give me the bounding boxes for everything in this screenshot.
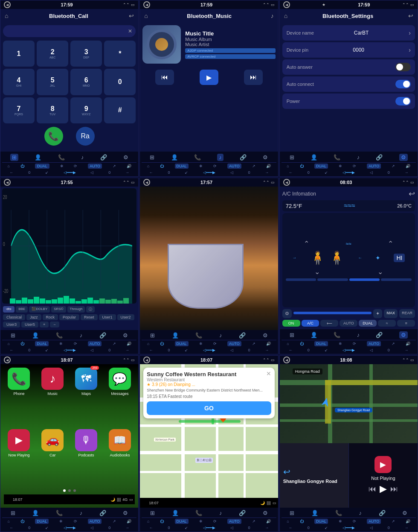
tb-right-arrow-p1[interactable]: → xyxy=(125,170,129,175)
tb-tdown-p7[interactable]: ↙ xyxy=(45,526,49,530)
dial-2[interactable]: 2ABC xyxy=(37,41,68,67)
srs-btn[interactable]: SRS© xyxy=(51,306,66,313)
ac-arrow-left[interactable]: ← xyxy=(358,255,362,260)
preset-reset[interactable]: Reset xyxy=(81,314,98,320)
tb-home-p4[interactable]: ⌂ xyxy=(8,342,10,346)
video-player[interactable] xyxy=(140,187,278,330)
tb-grid-p5[interactable]: ⊞ xyxy=(150,332,155,339)
ac-fan-btn[interactable]: ✦ xyxy=(373,309,382,318)
dot-3[interactable] xyxy=(73,489,76,492)
tb-vol-p7[interactable]: 🔊 xyxy=(127,519,131,523)
tb-music-p3[interactable]: ♪ xyxy=(357,154,360,161)
tb-gear-p4[interactable]: ⚙ xyxy=(123,332,128,339)
tb-temp-slider-p1[interactable]: ◁━━━▶ xyxy=(64,170,76,175)
tb-dual-p8[interactable]: DUAL xyxy=(175,519,189,524)
contacts-button[interactable]: Ra xyxy=(76,127,95,146)
tb-snow-p6[interactable]: ❄ xyxy=(339,342,342,346)
tb-dir-p1[interactable]: ↗ xyxy=(113,164,116,168)
tb-power-p9[interactable]: ⏻ xyxy=(300,519,304,523)
tb-power-p7[interactable]: ⏻ xyxy=(20,519,24,523)
tb-link-icon-p2[interactable]: 🔗 xyxy=(240,154,247,161)
tb-left-p7[interactable]: ← xyxy=(9,526,13,530)
ac-slider-4[interactable] xyxy=(381,278,412,281)
tb-home-p8[interactable]: ⌂ xyxy=(147,519,149,523)
tb-dir-p2[interactable]: ↗ xyxy=(252,164,255,168)
preset-jazz[interactable]: Jazz xyxy=(26,314,41,320)
tb-grid-p7[interactable]: ⊞ xyxy=(11,510,15,516)
tb-dual-p6[interactable]: DUAL xyxy=(314,341,328,346)
app-maps[interactable]: 🗺 259 Maps xyxy=(71,368,102,426)
preset-rock[interactable]: Rock xyxy=(43,314,58,320)
tb-music-p9[interactable]: ♪ xyxy=(359,510,362,516)
preset-add[interactable]: + xyxy=(40,322,49,327)
tb-dual-p5[interactable]: DUAL xyxy=(175,341,189,346)
tb-tdown-p3[interactable]: ↙ xyxy=(325,170,328,175)
music-note-icon-p2[interactable]: ♪ xyxy=(271,12,274,19)
tb-tdown-p2[interactable]: ↙ xyxy=(185,170,188,175)
tb-gear-icon-p1[interactable]: ⚙ xyxy=(123,154,128,161)
ac-auto-btn[interactable]: AUTO xyxy=(340,320,357,327)
app-audiobooks[interactable]: 📖 Audiobooks xyxy=(104,429,135,487)
ac-back-button[interactable]: ↩ xyxy=(409,189,415,199)
go-button[interactable]: GO xyxy=(147,401,271,415)
tb-dual-p9[interactable]: DUAL xyxy=(314,519,328,524)
tb-person-p4[interactable]: 👤 xyxy=(32,332,39,339)
tb-vol-p3[interactable]: 🔊 xyxy=(406,164,410,168)
tb-cold-p2[interactable]: ◁ xyxy=(230,170,233,175)
preset-popular[interactable]: Popular xyxy=(59,314,79,320)
nav-play-btn[interactable]: ▶ xyxy=(380,483,387,494)
tb-slider-p6[interactable]: ◁━━━▶ xyxy=(343,348,355,352)
tb-dir-p6[interactable]: ↗ xyxy=(392,342,395,346)
preset-user1[interactable]: User1 xyxy=(99,314,116,320)
device-name-row[interactable]: Device name CarBT › xyxy=(282,25,415,41)
tb-link-p6[interactable]: 🔗 xyxy=(376,332,383,338)
tb-left-p9[interactable]: ← xyxy=(289,526,293,530)
tb-power-p4[interactable]: ⏻ xyxy=(20,342,24,346)
tb-auto-p3[interactable]: AUTO xyxy=(367,164,381,169)
tb-snow-p1[interactable]: ❄ xyxy=(60,164,64,168)
tb-slider-p7[interactable]: ◁━━━▶ xyxy=(64,526,76,530)
close-icon-p1[interactable]: ↩ xyxy=(129,12,134,19)
tb-gear-p9[interactable]: ⚙ xyxy=(402,510,407,516)
tb-link-p4[interactable]: 🔗 xyxy=(99,332,106,339)
tb-tdown-p4[interactable]: ↙ xyxy=(45,348,49,352)
tb-home-p2[interactable]: ⌂ xyxy=(147,164,149,168)
dial-1[interactable]: 1 xyxy=(3,41,35,67)
search-clear-p1[interactable]: ✕ xyxy=(128,28,132,34)
tb-music-p6[interactable]: ♪ xyxy=(357,332,360,338)
tb-gear-icon-p2[interactable]: ⚙ xyxy=(263,154,268,161)
tb-music-p8[interactable]: ♪ xyxy=(219,510,222,516)
tb-cold-p6[interactable]: ◁ xyxy=(370,348,373,352)
tb-gear-p5[interactable]: ⚙ xyxy=(263,332,268,339)
dial-9[interactable]: 9WXYZ xyxy=(70,97,102,123)
home-icon-p1[interactable]: ⌂ xyxy=(5,12,8,19)
tb-home-p1[interactable]: ⌂ xyxy=(7,164,9,168)
tb-music-p4[interactable]: ♪ xyxy=(80,332,83,339)
tb-person-p6[interactable]: 👤 xyxy=(311,332,317,338)
back-button-p3[interactable]: ◀ xyxy=(283,1,290,8)
tb-grid-p8[interactable]: ⊞ xyxy=(150,510,155,516)
ac-windshield-btn[interactable]: ⟵ xyxy=(320,320,338,327)
tb-power-p2[interactable]: ⏻ xyxy=(160,164,164,168)
tb-right-p7[interactable]: → xyxy=(125,526,129,530)
dial-0[interactable]: 0 xyxy=(104,69,136,95)
tb-power-p8[interactable]: ⏻ xyxy=(160,519,164,523)
tb-auto-p6[interactable]: AUTO xyxy=(367,341,381,346)
tb-auto-p4[interactable]: AUTO xyxy=(88,341,102,346)
tb-home-p9[interactable]: ⌂ xyxy=(287,519,289,523)
tb-snow-p5[interactable]: ❄ xyxy=(199,342,203,346)
dial-hash[interactable]: # xyxy=(104,97,136,123)
cp-grid-icon[interactable]: ⊞ xyxy=(6,495,11,503)
ac-arrow-right-left[interactable]: → xyxy=(292,255,296,260)
dial-5[interactable]: 5JKL xyxy=(37,69,68,95)
preset-classical[interactable]: Classical xyxy=(3,314,25,320)
tb-right-p3[interactable]: → xyxy=(405,170,409,175)
tb-auto-p1[interactable]: AUTO xyxy=(88,164,102,169)
tb-snow-p4[interactable]: ❄ xyxy=(59,342,63,346)
tb-dual-p1[interactable]: DUAL xyxy=(35,164,49,169)
tb-snow-p2[interactable]: ❄ xyxy=(199,164,203,168)
tb-fan-p2[interactable]: ⟳ xyxy=(213,164,217,168)
tb-snow-p8[interactable]: ❄ xyxy=(199,519,203,523)
tb-slider-p3[interactable]: ◁━━━▶ xyxy=(343,170,355,175)
tb-slider-p4[interactable]: ◁━━━▶ xyxy=(64,348,76,352)
